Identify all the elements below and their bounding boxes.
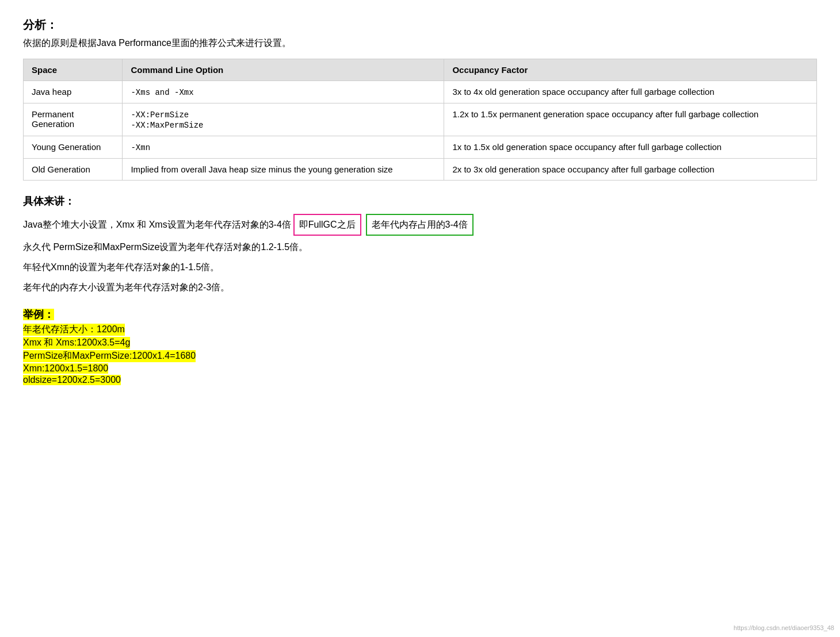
watermark: https://blog.csdn.net/diaoer9353_48	[734, 624, 834, 631]
intro-text: 依据的原则是根据Java Performance里面的推荐公式来进行设置。	[23, 37, 817, 49]
detail-line-4: 老年代的内存大小设置为老年代存活对象的2-3倍。	[23, 279, 817, 296]
example-title: 举例：	[23, 308, 817, 321]
example-line-4: Xmn:1200x1.5=1800	[23, 363, 817, 375]
cell-space: PermanentGeneration	[24, 103, 123, 136]
cell-factor: 1.2x to 1.5x permanent generation space …	[444, 103, 817, 136]
cell-space: Java heap	[24, 81, 123, 103]
box-green: 老年代内存占用的3-4倍	[366, 214, 474, 236]
cell-option: -XX:PermSize -XX:MaxPermSize	[123, 103, 444, 136]
table-row: PermanentGeneration -XX:PermSize -XX:Max…	[24, 103, 817, 136]
table-row: Old Generation Implied from overall Java…	[24, 159, 817, 181]
col-header-factor: Occupancy Factor	[444, 59, 817, 81]
detail-line-3: 年轻代Xmn的设置为老年代存活对象的1-1.5倍。	[23, 259, 817, 276]
cell-factor: 2x to 3x old generation space occupancy …	[444, 159, 817, 181]
box-pink: 即FullGC之后	[293, 214, 361, 236]
example-line-1: 年老代存活大小：1200m	[23, 324, 817, 337]
cell-space: Young Generation	[24, 136, 123, 159]
cell-space: Old Generation	[24, 159, 123, 181]
example-section: 举例： 年老代存活大小：1200m Xmx 和 Xms:1200x3.5=4g …	[23, 308, 817, 386]
cell-option: -Xmn	[123, 136, 444, 159]
detail-section-title: 具体来讲：	[23, 194, 817, 208]
example-line-5: oldsize=1200x2.5=3000	[23, 375, 817, 386]
detail-text-before: Java整个堆大小设置，Xmx 和 Xms设置为老年代存活对象的3-4倍	[23, 216, 291, 233]
performance-table: Space Command Line Option Occupancy Fact…	[23, 59, 817, 181]
table-row: Java heap -Xms and -Xmx 3x to 4x old gen…	[24, 81, 817, 103]
example-line-2: Xmx 和 Xms:1200x3.5=4g	[23, 337, 817, 350]
section-title: 分析：	[23, 17, 817, 33]
cell-factor: 3x to 4x old generation space occupancy …	[444, 81, 817, 103]
cell-option: -Xms and -Xmx	[123, 81, 444, 103]
detail-line-2: 永久代 PermSize和MaxPermSize设置为老年代存活对象的1.2-1…	[23, 239, 817, 256]
example-line-3: PermSize和MaxPermSize:1200x1.4=1680	[23, 350, 817, 363]
cell-option: Implied from overall Java heap size minu…	[123, 159, 444, 181]
col-header-space: Space	[24, 59, 123, 81]
detail-line-1: Java整个堆大小设置，Xmx 和 Xms设置为老年代存活对象的3-4倍 即Fu…	[23, 214, 817, 236]
cell-factor: 1x to 1.5x old generation space occupanc…	[444, 136, 817, 159]
col-header-option: Command Line Option	[123, 59, 444, 81]
table-row: Young Generation -Xmn 1x to 1.5x old gen…	[24, 136, 817, 159]
